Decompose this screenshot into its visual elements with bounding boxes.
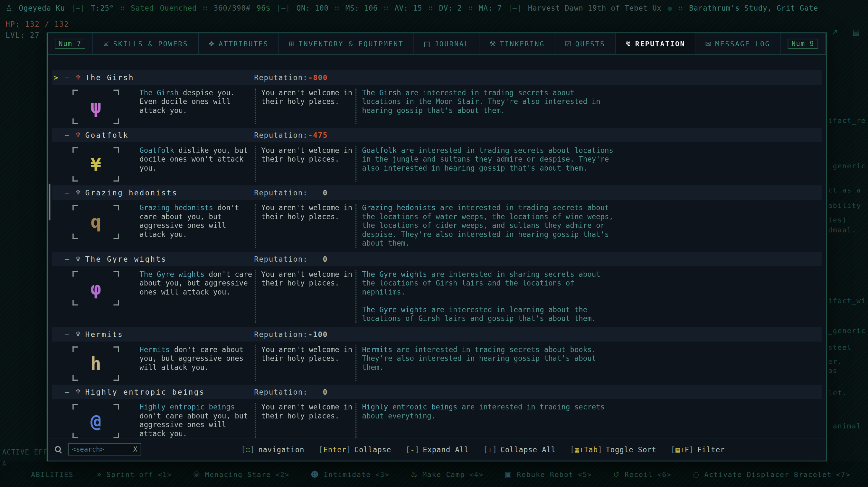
faction-header[interactable]: — ♆ Grazing hedonists Reputation: 0: [52, 185, 822, 200]
collapse-toggle-icon[interactable]: —: [62, 73, 72, 82]
tab-message-log[interactable]: ✉ MESSAGE LOG: [695, 33, 780, 54]
collapse-toggle-icon[interactable]: —: [62, 388, 72, 396]
faction-feelings: Grazing hedonists don't care about you, …: [140, 204, 253, 248]
hint-collapse-all[interactable]: [+]Collapse All: [483, 445, 556, 454]
faction-details: φ The Gyre wights don't care about you, …: [52, 266, 822, 327]
quests-icon: ☑: [565, 40, 571, 48]
ability-button-sprint[interactable]: » Sprint off <1>: [97, 470, 172, 479]
hint-navigation[interactable]: [∷]navigation: [241, 445, 304, 454]
tab-label: INVENTORY & EQUIPMENT: [299, 40, 403, 48]
search-input[interactable]: <search> X: [68, 443, 141, 455]
tab-label: QUESTS: [575, 40, 605, 48]
dots-separator: ∷: [203, 4, 207, 12]
tab-label: REPUTATION: [635, 40, 685, 48]
clear-search-button[interactable]: X: [133, 446, 137, 453]
hint-expand-all[interactable]: [-]Expand All: [406, 445, 469, 454]
faction-section-the-girsh: > — ♆ The Girsh Reputation: -800 ψ The G…: [52, 70, 822, 128]
faction-name: Grazing hedonists: [85, 188, 178, 197]
faction-list: ▲▲ > — ♆ The Girsh Reputation: -800 ψ: [48, 55, 826, 439]
stat-ma: MA: 7: [479, 4, 502, 12]
ability-name: Recoil: [625, 470, 653, 479]
girsh-sprite-icon: ψ: [90, 98, 101, 116]
tab-label: MESSAGE LOG: [715, 40, 770, 48]
player-name: Ogeyeda Ku: [19, 4, 65, 12]
ability-name: Rebuke Robot: [517, 470, 574, 479]
ability-button-menacing-stare[interactable]: ☠ Menacing Stare <2>: [193, 470, 289, 479]
faction-feelings: Hermits don't care about you, but aggres…: [140, 345, 253, 381]
money-readout: 96$: [257, 4, 271, 12]
faction-header[interactable]: — ♆ Goatfolk Reputation: -475: [52, 128, 822, 142]
ability-button-recoil[interactable]: ↺ Recoil <6>: [613, 470, 671, 479]
make-camp-icon: ♨: [410, 470, 418, 479]
tab-attributes[interactable]: ❖ ATTRIBUTES: [198, 33, 279, 54]
background-text-fragment: as: [828, 366, 837, 375]
faction-interests: The Gyre wights are interested in sharin…: [362, 270, 614, 323]
column-divider: [255, 270, 256, 323]
faction-name: Goatfolk: [85, 131, 129, 139]
hint-toggle-sort[interactable]: [▦+Tab]Toggle Sort: [570, 445, 656, 454]
background-text-fragment: _generic: [828, 326, 866, 335]
inventory-icon: ⊞: [289, 40, 295, 48]
intimidate-icon: ☻: [311, 470, 319, 479]
faction-sigil-icon: ♆: [72, 131, 84, 139]
entropic-being-sprite-icon: @: [90, 412, 101, 430]
ability-button-make-camp[interactable]: ♨ Make Camp <4>: [410, 470, 484, 479]
tab-label: SKILLS & POWERS: [113, 40, 188, 48]
column-divider: [255, 345, 256, 381]
background-text-fragment: _generic: [828, 162, 866, 170]
faction-interests: Hermits are interested in trading secret…: [362, 345, 614, 381]
faction-sigil-icon: ♆: [72, 255, 84, 263]
hint-filter[interactable]: [▦+F]Filter: [671, 445, 725, 454]
faction-header[interactable]: — ♆ Highly entropic beings Reputation: 0: [52, 385, 822, 399]
faction-section-highly-entropic-beings: — ♆ Highly entropic beings Reputation: 0…: [52, 385, 822, 439]
tab-quests[interactable]: ☑ QUESTS: [555, 33, 616, 54]
collapse-toggle-icon[interactable]: —: [62, 330, 72, 338]
column-divider: [255, 204, 256, 248]
tab-reputation[interactable]: ↯ REPUTATION: [616, 33, 695, 54]
tab-numkey-7[interactable]: Num 7: [48, 33, 93, 54]
collapse-toggle-icon[interactable]: —: [62, 131, 72, 139]
tab-label: ATTRIBUTES: [219, 40, 269, 48]
tab-skills-powers[interactable]: ⚔ SKILLS & POWERS: [93, 33, 198, 54]
collapse-toggle-icon[interactable]: —: [62, 188, 72, 197]
water-status: Quenched: [160, 4, 197, 12]
faction-sigil-icon: ♆: [72, 388, 84, 396]
ability-hotkey: <6>: [657, 470, 672, 479]
tab-journal[interactable]: ▤ JOURNAL: [414, 33, 479, 54]
background-text-fragment: let.: [828, 389, 847, 397]
background-text-fragment: ct as a: [828, 186, 861, 194]
scrollbar-thumb[interactable]: [49, 184, 50, 220]
background-text-fragment: _animal_: [828, 422, 866, 430]
hp-readout: HP: 132 / 132: [5, 20, 69, 28]
ability-name: Activate Displacer Bracelet: [705, 470, 832, 479]
faction-header[interactable]: — ♆ Hermits Reputation: -100: [52, 327, 822, 342]
faction-feelings: Highly entropic beings don't care about …: [140, 403, 253, 439]
faction-section-hermits: — ♆ Hermits Reputation: -100 h Hermits d…: [52, 327, 822, 385]
faction-sigil-icon: ♆: [72, 74, 84, 82]
faction-sprite-frame: ¥: [52, 146, 140, 182]
faction-header[interactable]: > — ♆ The Girsh Reputation: -800: [52, 70, 822, 85]
faction-name: The Girsh: [85, 73, 134, 82]
tab-numkey-9[interactable]: Num 9: [780, 33, 826, 54]
hint-collapse[interactable]: [Enter]Collapse: [319, 445, 391, 454]
location-name: Barathrum's Study, Grit Gate: [689, 4, 818, 12]
ability-button-intimidate[interactable]: ☻ Intimidate <3>: [311, 470, 390, 479]
ability-name: Intimidate: [323, 470, 371, 479]
ability-button-rebuke-robot[interactable]: ▣ Rebuke Robot <5>: [504, 470, 592, 479]
stat-quickness: QN: 100: [297, 4, 329, 12]
column-divider: [355, 345, 356, 381]
ability-button-displacer-bracelet[interactable]: ◌ Activate Displacer Bracelet <7>: [692, 470, 850, 479]
ability-bar: ABILITIES » Sprint off <1> ☠ Menacing St…: [0, 461, 868, 487]
collapse-toggle-icon[interactable]: —: [62, 255, 72, 263]
faction-sprite-frame: ψ: [52, 89, 140, 124]
faction-welcome: You aren't welcome in their holy places.: [261, 146, 354, 182]
column-divider: [255, 89, 256, 124]
background-arrow-icon: ↗: [832, 28, 838, 37]
faction-header[interactable]: — ♆ The Gyre wights Reputation: 0: [52, 252, 822, 266]
tab-inventory-equipment[interactable]: ⊞ INVENTORY & EQUIPMENT: [279, 33, 414, 54]
faction-details: q Grazing hedonists don't care about you…: [52, 200, 822, 252]
grazing-hedonist-sprite-icon: q: [90, 213, 101, 231]
tinkering-icon: ⚒: [489, 40, 496, 48]
tab-tinkering[interactable]: ⚒ TINKERING: [480, 33, 555, 54]
faction-feelings: Goatfolk dislike you, but docile ones wo…: [140, 146, 253, 182]
